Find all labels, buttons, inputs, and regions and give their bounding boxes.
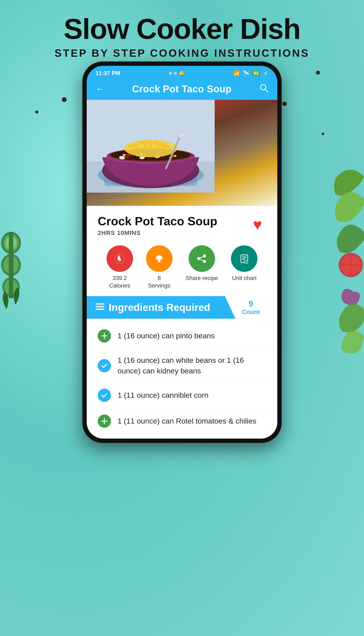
app-header: ← Crock Pot Taco Soup	[87, 79, 277, 100]
stat-share[interactable]: Share recipe	[186, 245, 218, 289]
ingredient-check-unchecked	[98, 329, 111, 343]
dot-2	[174, 72, 177, 75]
deco-cucumber-left	[0, 199, 29, 354]
recipe-info: Crock Pot Taco Soup 2HRS 10MINS ♥	[87, 206, 277, 296]
svg-line-51	[200, 257, 203, 258]
calories-circle	[106, 245, 133, 272]
spice-dot	[322, 133, 324, 135]
page-header: Slow Cooker Dish STEP BY STEP COOKING IN…	[0, 13, 364, 59]
charging-icon: ⚡	[263, 71, 268, 76]
stat-calories[interactable]: 339.2Calories	[106, 245, 133, 289]
search-button[interactable]	[259, 83, 268, 95]
battery-icon: 82	[252, 70, 260, 76]
page-title: Slow Cooker Dish	[0, 13, 364, 45]
phone-mockup: 11:37 PM 🔔 📶 📡 82 ⚡ ← Crock Pot Taco Sou…	[83, 62, 281, 443]
svg-rect-47	[157, 261, 161, 262]
svg-rect-60	[96, 303, 104, 304]
share-label: Share recipe	[186, 274, 218, 282]
status-indicators: 🔔	[169, 71, 185, 76]
ingredients-section: Ingredients Required 9 Count	[87, 296, 277, 439]
stat-unit-chart[interactable]: Unit chart	[231, 245, 258, 289]
app-header-title: Crock Pot Taco Soup	[132, 84, 232, 95]
servings-label: 8Servings	[148, 274, 170, 289]
unit-chart-label: Unit chart	[232, 274, 256, 282]
svg-line-13	[265, 89, 268, 92]
ingredient-check-unchecked	[98, 415, 111, 428]
ingredients-count-label: Count	[242, 308, 260, 315]
recipe-name: Crock Pot Taco Soup	[98, 215, 217, 228]
svg-point-35	[174, 155, 176, 157]
food-image	[87, 100, 277, 206]
ingredients-title: Ingredients Required	[109, 301, 210, 313]
ingredient-item[interactable]: 1 (16 ounce) can pinto beans	[87, 323, 277, 349]
svg-rect-45	[156, 259, 162, 260]
ingredients-header-wrapper: Ingredients Required 9 Count	[87, 296, 277, 319]
svg-rect-62	[96, 309, 104, 310]
recipe-time: 2HRS 10MINS	[98, 229, 217, 236]
phone-inner: 11:37 PM 🔔 📶 📡 82 ⚡ ← Crock Pot Taco Sou…	[87, 66, 277, 439]
stat-servings[interactable]: 8Servings	[146, 245, 172, 289]
status-time: 11:37 PM	[96, 70, 120, 77]
signal-icon: 📶	[234, 70, 240, 76]
spice-dot	[282, 102, 287, 106]
servings-circle	[146, 245, 172, 272]
svg-point-49	[197, 257, 200, 260]
ingredient-text: 1 (11 ounce) canniblet corn	[118, 390, 208, 401]
page-subtitle: STEP BY STEP COOKING INSTRUCTIONS	[0, 47, 364, 59]
ingredient-item[interactable]: 1 (16 ounce) can white beans or 1 (16 ou…	[87, 349, 277, 383]
back-button[interactable]: ←	[96, 84, 104, 94]
heart-icon: ♥	[253, 216, 262, 233]
stats-row: 339.2Calories	[98, 245, 266, 289]
svg-rect-46	[158, 260, 160, 261]
ingredients-count-area: 9 Count	[236, 296, 264, 319]
unit-circle	[231, 245, 258, 272]
share-circle	[188, 245, 215, 272]
ingredient-text: 1 (16 ounce) can pinto beans	[118, 331, 215, 341]
ingredient-list: 1 (16 ounce) can pinto beans 1 (16 ounce…	[87, 319, 277, 439]
menu-lines-icon	[96, 303, 104, 311]
svg-line-52	[200, 259, 203, 261]
ingredient-text: 1 (16 ounce) can white beans or 1 (16 ou…	[118, 355, 266, 376]
deco-salad-right	[309, 155, 364, 354]
recipe-title-row: Crock Pot Taco Soup 2HRS 10MINS ♥	[98, 215, 266, 236]
svg-point-50	[203, 260, 206, 263]
status-bar: 11:37 PM 🔔 📶 📡 82 ⚡	[87, 66, 277, 79]
wifi-icon: 📡	[243, 70, 249, 76]
spice-dot	[62, 97, 66, 102]
spice-dot	[35, 110, 38, 114]
svg-rect-61	[96, 306, 104, 307]
status-icons: 📶 📡 82 ⚡	[234, 70, 268, 76]
dot-1	[169, 72, 172, 75]
ingredient-check-checked	[98, 389, 111, 402]
ingredients-count-number: 9	[248, 299, 253, 308]
ingredient-item[interactable]: 1 (11 ounce) canniblet corn	[87, 383, 277, 408]
svg-point-48	[203, 254, 206, 257]
ingredient-text: 1 (11 ounce) can Rotel tomatoes & chilie…	[118, 416, 256, 426]
spice-dot	[316, 71, 320, 75]
favorite-button[interactable]: ♥	[248, 216, 266, 233]
recipe-details: Crock Pot Taco Soup 2HRS 10MINS	[98, 215, 217, 236]
ingredients-header-blue: Ingredients Required	[87, 296, 236, 319]
vibrate-icon: 🔔	[179, 71, 185, 76]
ingredient-check-checked	[98, 359, 111, 372]
ingredient-item[interactable]: 1 (11 ounce) can Rotel tomatoes & chilie…	[87, 408, 277, 434]
phone-outer: 11:37 PM 🔔 📶 📡 82 ⚡ ← Crock Pot Taco Sou…	[83, 62, 281, 443]
svg-point-36	[123, 154, 126, 156]
calories-label: 339.2Calories	[109, 274, 130, 289]
